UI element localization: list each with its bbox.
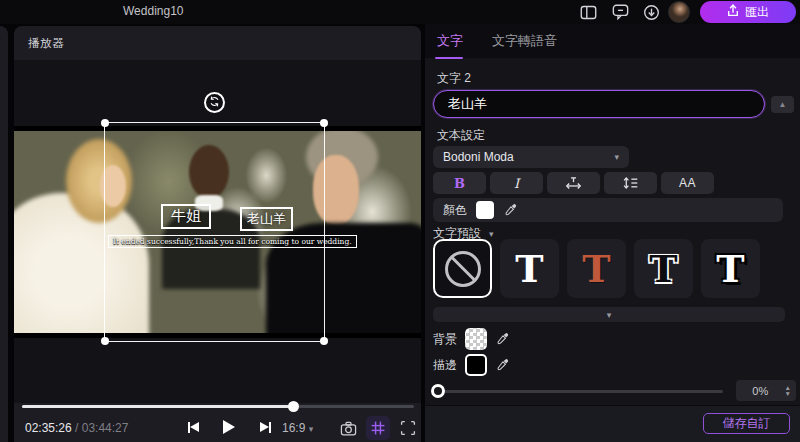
player-panel: 播放器 牛姐 老山羊 It ended successfully,Thank y… <box>14 26 421 442</box>
preset-white[interactable]: T <box>500 239 559 298</box>
seek-handle[interactable] <box>288 401 299 412</box>
fullscreen-icon <box>400 420 416 436</box>
topbar: Wedding10 匯出 <box>0 0 800 24</box>
stroke-size-row: 0% ▲ ▼ <box>433 380 793 402</box>
collapsed-panel-strip[interactable] <box>0 26 8 442</box>
stroke-row: 描邊 <box>433 354 511 376</box>
stroke-slider-handle[interactable] <box>431 384 445 398</box>
eyedropper-icon[interactable] <box>495 357 511 373</box>
player-controls: 02:35:26 / 03:44:27 16:9 ▾ <box>14 414 421 442</box>
stroke-steppers: ▲ ▼ <box>785 385 796 397</box>
export-label: 匯出 <box>745 4 769 21</box>
none-icon <box>445 251 481 287</box>
stroke-label: 描邊 <box>433 357 457 374</box>
video-image <box>14 131 421 333</box>
eyedropper-icon[interactable] <box>495 331 511 347</box>
text-field-label: 文字 2 <box>437 70 471 87</box>
background-label: 背景 <box>433 331 457 348</box>
snapshot-button[interactable] <box>336 416 360 440</box>
tab-text-to-speech[interactable]: 文字轉語音 <box>492 32 557 50</box>
bold-button[interactable]: B <box>433 172 486 194</box>
fullscreen-button[interactable] <box>396 416 420 440</box>
italic-button[interactable]: I <box>490 172 543 194</box>
text-overlay-left[interactable]: 牛姐 <box>161 204 211 229</box>
text-settings-label: 文本設定 <box>437 127 485 144</box>
letter-spacing-icon <box>565 176 582 190</box>
play-icon <box>223 420 235 434</box>
stroke-slider[interactable] <box>435 390 723 393</box>
seek-slider[interactable] <box>22 401 414 411</box>
line-spacing-icon <box>622 176 639 190</box>
text-color-row: 顏色 <box>433 198 783 222</box>
chevron-down-icon: ▾ <box>607 310 612 320</box>
preset-orange[interactable]: T <box>567 239 626 298</box>
tab-text[interactable]: 文字 <box>437 32 463 50</box>
color-label: 顏色 <box>443 202 467 219</box>
transport-controls <box>182 417 276 437</box>
feedback-icon[interactable] <box>610 2 630 22</box>
collapse-input-button[interactable]: ▲ <box>771 96 794 113</box>
player-viewport: 牛姐 老山羊 It ended successfully,Thank you a… <box>14 60 421 403</box>
chevron-down-icon: ▾ <box>309 424 314 434</box>
previous-frame-button[interactable] <box>182 417 204 437</box>
camera-icon <box>340 421 357 436</box>
text-settings-panel: 文字 文字轉語音 文字 2 ▲ 文本設定 Bodoni Moda ▾ B I A… <box>425 24 800 442</box>
stepper-down-icon[interactable]: ▼ <box>785 391 791 397</box>
format-buttons-row: B I AA <box>433 172 714 194</box>
next-frame-button[interactable] <box>254 417 276 437</box>
export-icon <box>727 4 739 20</box>
user-avatar[interactable] <box>668 1 690 23</box>
project-title: Wedding10 <box>123 4 184 18</box>
letter-spacing-button[interactable] <box>547 172 600 194</box>
chevron-down-icon: ▾ <box>489 229 494 239</box>
panel-tabbar: 文字 文字轉語音 <box>425 24 800 58</box>
preset-black-outline[interactable]: T <box>634 239 693 298</box>
timecode: 02:35:26 / 03:44:27 <box>25 421 128 435</box>
line-spacing-button[interactable] <box>604 172 657 194</box>
aspect-ratio-dropdown[interactable]: 16:9 ▾ <box>282 421 313 435</box>
download-update-icon[interactable] <box>641 2 661 22</box>
player-header: 播放器 <box>28 35 64 52</box>
chevron-up-icon: ▲ <box>779 100 787 109</box>
grid-icon <box>370 420 386 436</box>
panel-footer: 儲存自訂 <box>425 405 800 442</box>
subtitle-overlay[interactable]: It ended successfully,Thank you all for … <box>108 235 357 248</box>
preset-none[interactable] <box>433 239 492 298</box>
save-custom-button[interactable]: 儲存自訂 <box>703 413 790 434</box>
app-window: Wedding10 匯出 播放器 <box>0 0 800 442</box>
stroke-color-swatch[interactable] <box>465 354 487 376</box>
chevron-down-icon: ▾ <box>614 152 619 162</box>
seek-progress <box>22 405 289 408</box>
play-button[interactable] <box>218 417 240 437</box>
video-frame: 牛姐 老山羊 It ended successfully,Thank you a… <box>14 126 421 338</box>
officiant-head <box>189 145 229 199</box>
text-color-swatch[interactable] <box>476 201 494 219</box>
rotate-icon <box>208 94 221 112</box>
rotate-handle[interactable] <box>204 92 225 113</box>
background-color-swatch[interactable] <box>465 328 487 350</box>
current-time: 02:35:26 <box>25 421 72 435</box>
resize-handle-bottom-left[interactable] <box>101 337 109 345</box>
duration: 03:44:27 <box>82 421 129 435</box>
eyedropper-icon[interactable] <box>503 202 519 218</box>
font-family-dropdown[interactable]: Bodoni Moda ▾ <box>433 146 629 168</box>
time-separator: / <box>72 421 82 435</box>
stroke-value: 0% <box>736 385 785 397</box>
preset-tiles: T T T T <box>433 239 760 298</box>
resize-handle-bottom-right[interactable] <box>320 337 328 345</box>
text-overlay-right[interactable]: 老山羊 <box>240 207 293 231</box>
grid-toggle-button[interactable] <box>366 416 390 440</box>
background-row: 背景 <box>433 328 511 350</box>
text-content-input[interactable] <box>433 90 765 118</box>
groom-face <box>313 155 359 225</box>
capitalization-button[interactable]: AA <box>661 172 714 194</box>
presets-expand-bar[interactable]: ▾ <box>433 307 785 322</box>
bride-face <box>100 165 126 207</box>
aspect-ratio-value: 16:9 <box>282 421 305 435</box>
layout-icon[interactable] <box>578 2 598 22</box>
stroke-value-box: 0% ▲ ▼ <box>736 380 796 401</box>
next-frame-icon <box>260 422 269 432</box>
font-name: Bodoni Moda <box>443 150 514 164</box>
export-button[interactable]: 匯出 <box>700 1 796 23</box>
preset-white-shadow[interactable]: T <box>701 239 760 298</box>
